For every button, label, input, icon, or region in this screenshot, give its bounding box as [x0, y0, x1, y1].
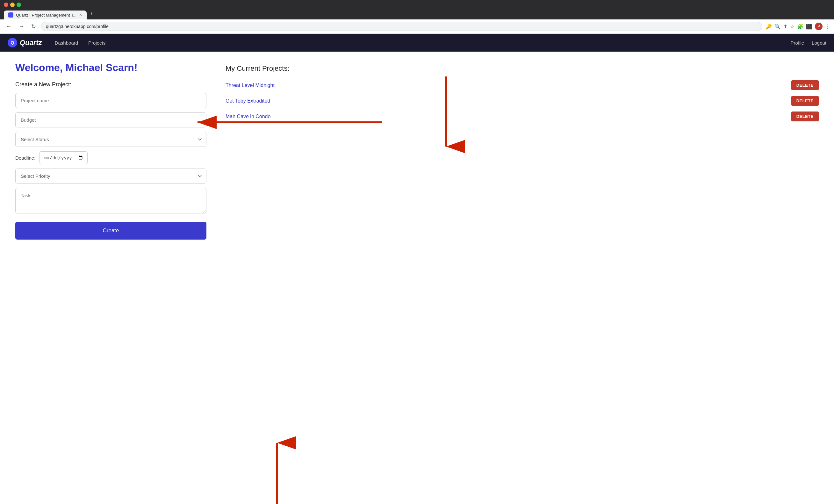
profile-nav-link[interactable]: Profile: [791, 40, 804, 46]
budget-input[interactable]: [15, 112, 206, 127]
logo-icon-letter: Q: [11, 40, 14, 45]
project-link-3[interactable]: Man Cave in Condo: [225, 114, 270, 119]
status-group: Select Status Active On Hold Completed: [15, 132, 206, 147]
main-content: Welcome, Michael Scarn! Create a New Pro…: [0, 51, 834, 504]
task-group: [15, 188, 206, 215]
zoom-icon[interactable]: 🔍: [774, 24, 781, 30]
create-button[interactable]: Create: [15, 222, 206, 240]
active-tab[interactable]: Quartz | Project Management T... ✕: [4, 10, 87, 19]
welcome-heading: Welcome, Michael Scarn!: [15, 62, 206, 73]
app-logo: Q Quartz: [8, 38, 42, 47]
logo-text: Quartz: [20, 39, 42, 47]
delete-button-3[interactable]: DELETE: [791, 111, 819, 122]
delete-button-1[interactable]: DELETE: [791, 80, 819, 90]
tab-title: Quartz | Project Management T...: [16, 13, 76, 18]
status-select[interactable]: Select Status Active On Hold Completed: [15, 132, 206, 147]
projects-heading: My Current Projects:: [225, 64, 819, 73]
projects-link[interactable]: Projects: [88, 40, 106, 46]
logout-nav-link[interactable]: Logout: [812, 40, 826, 46]
budget-group: [15, 112, 206, 127]
task-textarea[interactable]: [15, 188, 206, 214]
close-window-button[interactable]: [4, 3, 8, 7]
address-bar: ← → ↻ 🔑 🔍 ⬆ ☆ 🧩 ⬛ P ⋮: [0, 19, 834, 34]
priority-group: Select Priority Low Medium High: [15, 169, 206, 183]
app-nav: Q Quartz Dashboard Projects Profile Logo…: [0, 34, 834, 51]
tab-bar: Quartz | Project Management T... ✕ +: [4, 9, 830, 19]
extensions-icon[interactable]: 🧩: [797, 24, 804, 30]
deadline-input[interactable]: [39, 151, 88, 164]
left-panel: Welcome, Michael Scarn! Create a New Pro…: [15, 62, 206, 502]
new-tab-button[interactable]: +: [87, 9, 96, 19]
menu-icon[interactable]: ⋮: [825, 24, 830, 30]
reload-button[interactable]: ↻: [29, 22, 38, 30]
maximize-window-button[interactable]: [17, 3, 21, 7]
share-icon[interactable]: ⬆: [783, 24, 788, 30]
address-input[interactable]: [41, 22, 762, 31]
toolbar-icons: 🔑 🔍 ⬆ ☆ 🧩 ⬛ P ⋮: [766, 23, 830, 30]
tab-close-button[interactable]: ✕: [79, 13, 82, 17]
minimize-window-button[interactable]: [10, 3, 15, 7]
deadline-label: Deadline:: [15, 155, 35, 160]
project-link-2[interactable]: Get Toby Extradited: [225, 98, 270, 104]
browser-profile-icon[interactable]: P: [815, 23, 822, 30]
form-section-label: Create a New Project:: [15, 81, 206, 88]
tab-favicon: [8, 13, 14, 18]
nav-right: Profile Logout: [791, 40, 826, 46]
layout-icon[interactable]: ⬛: [806, 24, 812, 30]
key-icon: 🔑: [766, 24, 772, 30]
bookmark-icon[interactable]: ☆: [790, 24, 794, 30]
deadline-row: Deadline:: [15, 151, 206, 164]
forward-button[interactable]: →: [17, 23, 26, 30]
project-name-group: [15, 93, 206, 108]
delete-button-2[interactable]: DELETE: [791, 96, 819, 106]
dashboard-link[interactable]: Dashboard: [55, 40, 78, 46]
project-link-1[interactable]: Threat Level Midnight: [225, 83, 275, 88]
project-row-1: Threat Level Midnight DELETE: [225, 80, 819, 90]
back-button[interactable]: ←: [4, 23, 14, 30]
project-row-2: Get Toby Extradited DELETE: [225, 96, 819, 106]
right-panel: My Current Projects: Threat Level Midnig…: [225, 62, 819, 502]
traffic-lights: [4, 3, 830, 7]
logo-icon: Q: [8, 38, 17, 47]
project-row-3: Man Cave in Condo DELETE: [225, 111, 819, 122]
project-name-input[interactable]: [15, 93, 206, 108]
priority-select[interactable]: Select Priority Low Medium High: [15, 169, 206, 183]
browser-chrome: Quartz | Project Management T... ✕ +: [0, 0, 834, 19]
nav-links: Dashboard Projects: [55, 40, 106, 46]
